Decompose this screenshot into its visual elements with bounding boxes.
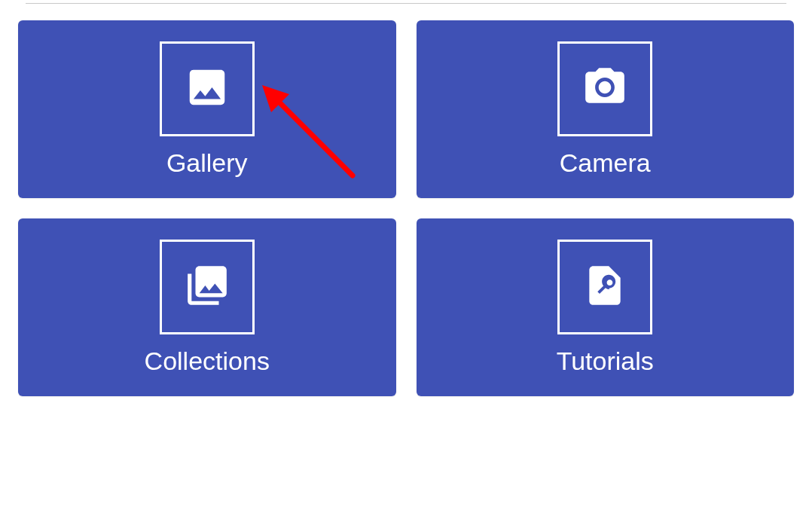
tutorials-icon-frame	[557, 240, 652, 334]
camera-card[interactable]: Camera	[417, 20, 795, 198]
search-page-icon	[582, 262, 628, 312]
tutorials-card[interactable]: Tutorials	[417, 218, 795, 396]
card-grid: Gallery Camera Collections Tutorials	[18, 20, 794, 396]
gallery-card[interactable]: Gallery	[18, 20, 396, 198]
gallery-icon-frame	[160, 41, 255, 136]
tutorials-label: Tutorials	[557, 347, 654, 376]
gallery-label: Gallery	[166, 148, 248, 178]
collections-icon	[184, 262, 230, 312]
image-icon	[184, 64, 230, 114]
camera-icon-frame	[557, 41, 652, 136]
collections-icon-frame	[160, 240, 255, 334]
camera-icon	[582, 64, 628, 114]
divider-line	[26, 3, 786, 4]
collections-label: Collections	[145, 347, 270, 376]
collections-card[interactable]: Collections	[18, 218, 396, 396]
camera-label: Camera	[560, 148, 651, 178]
